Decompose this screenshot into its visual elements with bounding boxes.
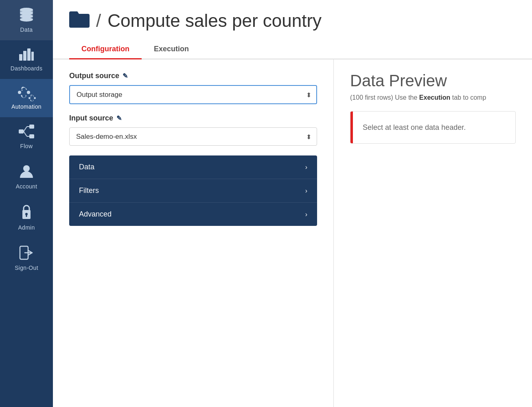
output-source-wrapper: Output storage ⬍ [69, 85, 317, 104]
sidebar-item-data-label: Data [20, 26, 33, 33]
svg-rect-11 [19, 129, 24, 133]
folder-icon [69, 10, 90, 32]
sidebar-item-admin[interactable]: Admin [0, 197, 53, 238]
page-header: / Compute sales per country [53, 0, 532, 32]
input-source-wrapper: Sales-demo-en.xlsx ⬍ [69, 127, 317, 146]
sidebar-item-flow-label: Flow [20, 143, 33, 149]
accordion-data-label: Data [79, 163, 94, 171]
svg-rect-12 [29, 125, 34, 129]
automation-icon [18, 86, 35, 101]
accordion-filters-chevron-icon: › [305, 187, 307, 195]
sidebar-item-account[interactable]: Account [0, 157, 53, 197]
svg-rect-7 [19, 54, 22, 61]
output-source-label: Output source ✎ [69, 72, 317, 80]
right-panel: Data Preview (100 first rows) Use the Ex… [334, 59, 532, 407]
accordion-filters-label: Filters [79, 186, 99, 195]
svg-rect-21 [26, 215, 27, 217]
left-panel: Output source ✎ Output storage ⬍ Input s… [53, 59, 334, 407]
sidebar-item-admin-label: Admin [18, 224, 35, 231]
dashboards-icon [19, 48, 34, 63]
sidebar-item-signout-label: Sign-Out [15, 265, 38, 271]
sidebar-item-data[interactable]: Data [0, 0, 53, 40]
input-source-edit-icon[interactable]: ✎ [116, 114, 122, 122]
output-source-edit-icon[interactable]: ✎ [123, 72, 128, 80]
tab-configuration[interactable]: Configuration [69, 40, 142, 59]
tab-bar: Configuration Execution [53, 40, 532, 59]
svg-line-14 [24, 127, 27, 131]
accordion-menu: Data › Filters › Advanced › [69, 155, 317, 226]
input-source-label: Input source ✎ [69, 114, 317, 123]
sidebar-item-flow[interactable]: Flow [0, 117, 53, 157]
sidebar: Data Dashboards Automation [0, 0, 53, 407]
svg-rect-13 [29, 134, 34, 138]
content-area: Output source ✎ Output storage ⬍ Input s… [53, 59, 532, 407]
alert-message: Select at least one data header. [353, 112, 475, 143]
input-source-select[interactable]: Sales-demo-en.xlsx [69, 127, 317, 146]
account-icon [20, 164, 33, 181]
svg-point-6 [20, 18, 33, 22]
accordion-advanced-chevron-icon: › [305, 211, 307, 218]
svg-rect-10 [31, 52, 34, 61]
sidebar-item-dashboards[interactable]: Dashboards [0, 40, 53, 79]
page-title: Compute sales per country [107, 11, 322, 31]
admin-icon [20, 204, 33, 222]
data-icon [19, 7, 34, 24]
sidebar-item-account-label: Account [16, 183, 37, 190]
signout-icon [19, 245, 34, 262]
accordion-item-data[interactable]: Data › [69, 155, 317, 179]
output-source-select[interactable]: Output storage [69, 85, 317, 104]
accordion-data-chevron-icon: › [305, 164, 307, 171]
preview-subtitle: (100 first rows) Use the Execution tab t… [350, 94, 516, 101]
sidebar-item-dashboards-label: Dashboards [11, 65, 43, 72]
svg-line-15 [24, 131, 27, 136]
sidebar-item-signout[interactable]: Sign-Out [0, 238, 53, 278]
sidebar-item-automation-label: Automation [11, 103, 42, 110]
accordion-item-advanced[interactable]: Advanced › [69, 203, 317, 226]
alert-box: Select at least one data header. [350, 111, 516, 144]
main-content: / Compute sales per country Configuratio… [53, 0, 532, 407]
svg-rect-9 [27, 48, 31, 61]
accordion-item-filters[interactable]: Filters › [69, 179, 317, 203]
svg-point-18 [23, 165, 30, 172]
tab-execution[interactable]: Execution [142, 40, 201, 59]
svg-rect-8 [23, 51, 26, 61]
breadcrumb-separator: / [96, 11, 101, 31]
preview-title: Data Preview [350, 72, 516, 90]
sidebar-item-automation[interactable]: Automation [0, 79, 53, 117]
flow-icon [19, 125, 34, 140]
accordion-advanced-label: Advanced [79, 210, 112, 219]
